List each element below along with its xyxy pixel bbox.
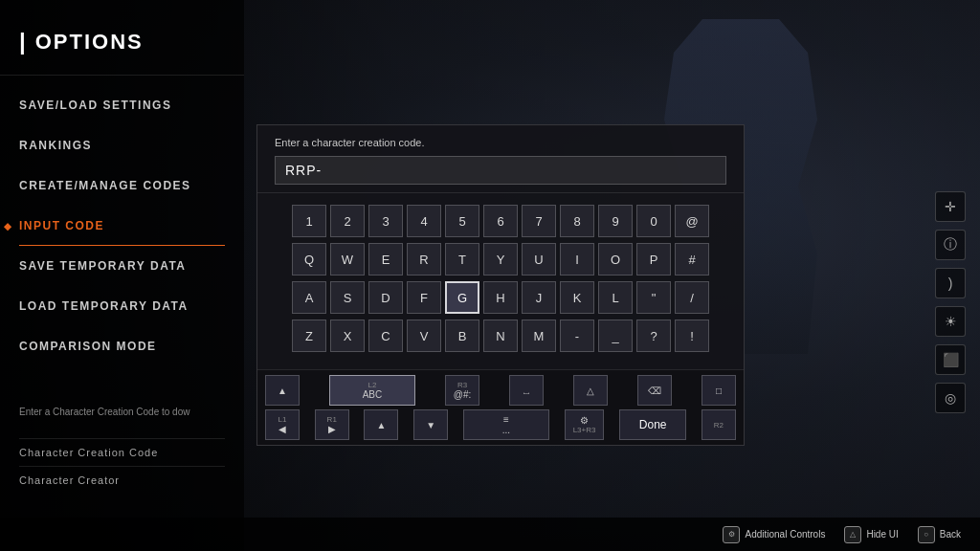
additional-icon: ⚙ bbox=[723, 526, 740, 543]
key-x[interactable]: _ bbox=[598, 320, 633, 352]
delete-button[interactable]: ⌫ bbox=[637, 375, 672, 406]
key-q[interactable]: Q bbox=[292, 243, 326, 276]
key-t[interactable]: T bbox=[445, 243, 479, 276]
key-h[interactable]: H bbox=[483, 281, 518, 314]
down-arrow-icon: ▼ bbox=[426, 420, 435, 430]
key-x[interactable]: ? bbox=[636, 320, 671, 352]
mode-abc-button[interactable]: L2 ABC bbox=[329, 375, 415, 406]
triangle-button[interactable]: △ bbox=[573, 375, 608, 406]
additional-label: Additional Controls bbox=[745, 529, 825, 540]
key-1[interactable]: 1 bbox=[292, 205, 326, 237]
right-button[interactable]: R1 ▶ bbox=[315, 409, 349, 440]
keyboard-row: ZXCVBNM-_?! bbox=[275, 320, 726, 352]
r2-label: R2 bbox=[714, 421, 724, 430]
sidebar-footer: Enter a Character Creation Code to dow C… bbox=[0, 405, 244, 494]
key-l[interactable]: L bbox=[598, 281, 633, 314]
shift-icon: ▲ bbox=[278, 386, 287, 396]
square-button[interactable]: □ bbox=[702, 375, 736, 406]
r1-label: R1 bbox=[327, 415, 337, 424]
back-control[interactable]: ○ Back bbox=[918, 526, 961, 543]
menu-icon: ≡ bbox=[503, 414, 509, 425]
toolbar-top-row: ▲ L2 ABC R3 @#: ⎵ △ ⌫ □ bbox=[265, 375, 736, 406]
key-x[interactable]: @ bbox=[675, 205, 709, 237]
l2-label: L2 bbox=[368, 381, 376, 389]
key-c[interactable]: C bbox=[368, 320, 403, 352]
hide-ui-control: △ Hide UI bbox=[844, 526, 898, 543]
sidebar-item-rankings[interactable]: RANKINGS bbox=[0, 125, 244, 165]
space-button[interactable]: ⎵ bbox=[509, 375, 544, 406]
key-x[interactable]: " bbox=[636, 281, 671, 314]
key-z[interactable]: Z bbox=[292, 320, 326, 352]
key-g[interactable]: G bbox=[445, 281, 479, 314]
key-8[interactable]: 8 bbox=[560, 205, 594, 237]
key-d[interactable]: D bbox=[368, 281, 403, 314]
keyboard-input[interactable]: RRP- bbox=[275, 156, 726, 185]
sidebar-item-save-temp[interactable]: SAVE TEMPORARY DATA bbox=[0, 246, 244, 286]
sidebar: OPTIONS SAVE/LOAD SETTINGSRANKINGSCREATE… bbox=[0, 0, 244, 551]
left-button[interactable]: L1 ◀ bbox=[265, 409, 300, 440]
title-text: OPTIONS bbox=[35, 30, 144, 55]
info-icon-2: ) bbox=[935, 268, 966, 298]
key-i[interactable]: I bbox=[560, 243, 594, 276]
keyboard-header: Enter a character creation code. RRP- bbox=[257, 125, 744, 193]
menu-button[interactable]: ≡ ... bbox=[463, 409, 549, 440]
key-v[interactable]: V bbox=[407, 320, 441, 352]
key-0[interactable]: 0 bbox=[636, 205, 671, 237]
up-arrow-icon: ▲ bbox=[377, 420, 387, 430]
keyboard-toolbar: ▲ L2 ABC R3 @#: ⎵ △ ⌫ □ bbox=[257, 369, 744, 445]
shift-button[interactable]: ▲ bbox=[265, 375, 300, 406]
triangle-icon: △ bbox=[587, 386, 594, 396]
key-u[interactable]: U bbox=[522, 243, 556, 276]
footer-description: Enter a Character Creation Code to dow bbox=[19, 405, 225, 419]
key-e[interactable]: E bbox=[368, 243, 403, 276]
key-4[interactable]: 4 bbox=[407, 205, 441, 237]
sidebar-item-create-manage[interactable]: CREATE/MANAGE CODES bbox=[0, 165, 244, 206]
key-x[interactable]: X bbox=[330, 320, 365, 352]
camera-icon: ⬛ bbox=[935, 344, 966, 375]
key-p[interactable]: P bbox=[636, 243, 671, 276]
key-w[interactable]: W bbox=[330, 243, 365, 276]
done-label: Done bbox=[639, 418, 667, 431]
key-k[interactable]: K bbox=[560, 281, 594, 314]
key-x[interactable]: - bbox=[560, 320, 594, 352]
up-button[interactable]: ▲ bbox=[364, 409, 398, 440]
key-y[interactable]: Y bbox=[483, 243, 518, 276]
sidebar-item-input-code[interactable]: INPUT CODE bbox=[0, 206, 244, 246]
key-x[interactable]: ! bbox=[675, 320, 709, 352]
done-button[interactable]: Done bbox=[619, 409, 686, 440]
back-label: Back bbox=[940, 529, 961, 540]
keyboard-keys: 1234567890@QWERTYUIOP#ASDFGHJKL"/ZXCVBNM… bbox=[257, 193, 744, 369]
key-3[interactable]: 3 bbox=[368, 205, 403, 237]
keyboard-panel: Enter a character creation code. RRP- 12… bbox=[256, 124, 745, 446]
key-n[interactable]: N bbox=[483, 320, 518, 352]
key-9[interactable]: 9 bbox=[598, 205, 633, 237]
r2-button[interactable]: R2 bbox=[702, 409, 736, 440]
down-button[interactable]: ▼ bbox=[413, 409, 448, 440]
key-j[interactable]: J bbox=[522, 281, 556, 314]
sun-icon: ☀ bbox=[935, 306, 966, 337]
right-arrow-icon: ▶ bbox=[328, 424, 336, 434]
sidebar-item-load-temp[interactable]: LOAD TEMPORARY DATA bbox=[0, 286, 244, 326]
key-b[interactable]: B bbox=[445, 320, 479, 352]
mode-sym-button[interactable]: R3 @#: bbox=[445, 375, 480, 406]
sidebar-item-comparison[interactable]: COMPARISON MODE bbox=[0, 326, 244, 366]
hide-ui-icon: △ bbox=[844, 526, 861, 543]
key-f[interactable]: F bbox=[407, 281, 441, 314]
key-x[interactable]: # bbox=[675, 243, 709, 276]
key-m[interactable]: M bbox=[522, 320, 556, 352]
mode-sym-label: @#: bbox=[454, 389, 472, 400]
back-icon: ○ bbox=[918, 526, 935, 543]
keyboard-instruction: Enter a character creation code. bbox=[275, 137, 726, 148]
key-2[interactable]: 2 bbox=[330, 205, 365, 237]
key-7[interactable]: 7 bbox=[522, 205, 556, 237]
key-o[interactable]: O bbox=[598, 243, 633, 276]
key-r[interactable]: R bbox=[407, 243, 441, 276]
bottom-bar: ⚙ Additional Controls △ Hide UI ○ Back bbox=[0, 518, 980, 551]
key-s[interactable]: S bbox=[330, 281, 365, 314]
key-a[interactable]: A bbox=[292, 281, 326, 314]
sidebar-item-save-load[interactable]: SAVE/LOAD SETTINGS bbox=[0, 85, 244, 125]
key-5[interactable]: 5 bbox=[445, 205, 479, 237]
key-x[interactable]: / bbox=[675, 281, 709, 314]
settings-button[interactable]: ⚙ L3+R3 bbox=[565, 409, 605, 440]
key-6[interactable]: 6 bbox=[483, 205, 518, 237]
